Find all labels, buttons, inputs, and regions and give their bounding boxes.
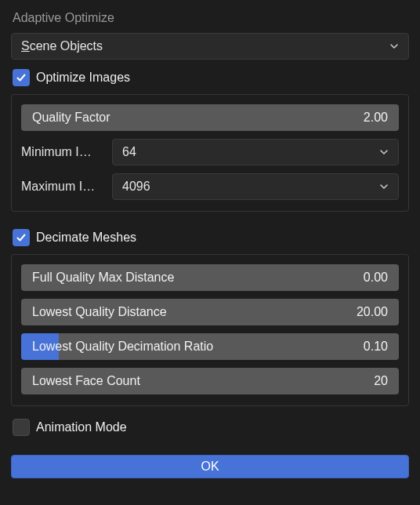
- maximum-image-value: 4096: [122, 180, 150, 194]
- chevron-down-icon: [379, 182, 389, 191]
- maximum-image-label: Maximum I…: [21, 180, 104, 194]
- optimize-images-checkbox[interactable]: [13, 69, 30, 86]
- maximum-image-dropdown[interactable]: 4096: [112, 173, 399, 200]
- quality-factor-label: Quality Factor: [32, 111, 341, 125]
- ok-button[interactable]: OK: [11, 455, 409, 478]
- decimate-meshes-checkbox[interactable]: [13, 229, 30, 246]
- decimate-meshes-label: Decimate Meshes: [36, 231, 136, 245]
- chevron-down-icon: [389, 42, 399, 51]
- scene-objects-label: Scene Objects: [21, 39, 103, 53]
- lowest-quality-distance-label: Lowest Quality Distance: [32, 305, 341, 319]
- optimize-images-row: Optimize Images: [11, 60, 409, 94]
- full-quality-max-distance-slider[interactable]: Full Quality Max Distance 0.00: [21, 264, 399, 291]
- chevron-down-icon: [379, 147, 389, 157]
- lowest-quality-decimation-ratio-label: Lowest Quality Decimation Ratio: [32, 340, 341, 354]
- full-quality-max-distance-label: Full Quality Max Distance: [32, 271, 341, 285]
- full-quality-max-distance-value: 0.00: [341, 271, 388, 285]
- scene-objects-dropdown[interactable]: Scene Objects: [11, 33, 409, 60]
- minimum-image-dropdown[interactable]: 64: [112, 139, 399, 165]
- animation-mode-row: Animation Mode: [11, 409, 409, 444]
- animation-mode-checkbox[interactable]: [13, 419, 30, 436]
- maximum-image-row: Maximum I… 4096: [21, 173, 399, 200]
- lowest-quality-distance-value: 20.00: [341, 305, 388, 319]
- lowest-quality-distance-slider[interactable]: Lowest Quality Distance 20.00: [21, 299, 399, 325]
- decimate-meshes-row: Decimate Meshes: [11, 220, 409, 254]
- optimize-images-label: Optimize Images: [36, 71, 130, 85]
- minimum-image-value: 64: [122, 145, 136, 159]
- animation-mode-label: Animation Mode: [36, 420, 127, 434]
- quality-factor-slider[interactable]: Quality Factor 2.00: [21, 104, 399, 131]
- lowest-quality-decimation-ratio-value: 0.10: [341, 340, 388, 354]
- lowest-face-count-label: Lowest Face Count: [32, 374, 341, 388]
- panel-title: Adaptive Optimize: [11, 8, 409, 33]
- decimate-meshes-group: Full Quality Max Distance 0.00 Lowest Qu…: [11, 254, 409, 406]
- lowest-face-count-slider[interactable]: Lowest Face Count 20: [21, 368, 399, 394]
- adaptive-optimize-panel: Adaptive Optimize Scene Objects Optimize…: [0, 0, 420, 505]
- quality-factor-value: 2.00: [341, 111, 388, 125]
- minimum-image-label: Minimum I…: [21, 145, 104, 159]
- optimize-images-group: Quality Factor 2.00 Minimum I… 64 Maximu…: [11, 94, 409, 212]
- lowest-quality-decimation-ratio-slider[interactable]: Lowest Quality Decimation Ratio 0.10: [21, 333, 399, 360]
- lowest-face-count-value: 20: [341, 374, 388, 388]
- minimum-image-row: Minimum I… 64: [21, 139, 399, 165]
